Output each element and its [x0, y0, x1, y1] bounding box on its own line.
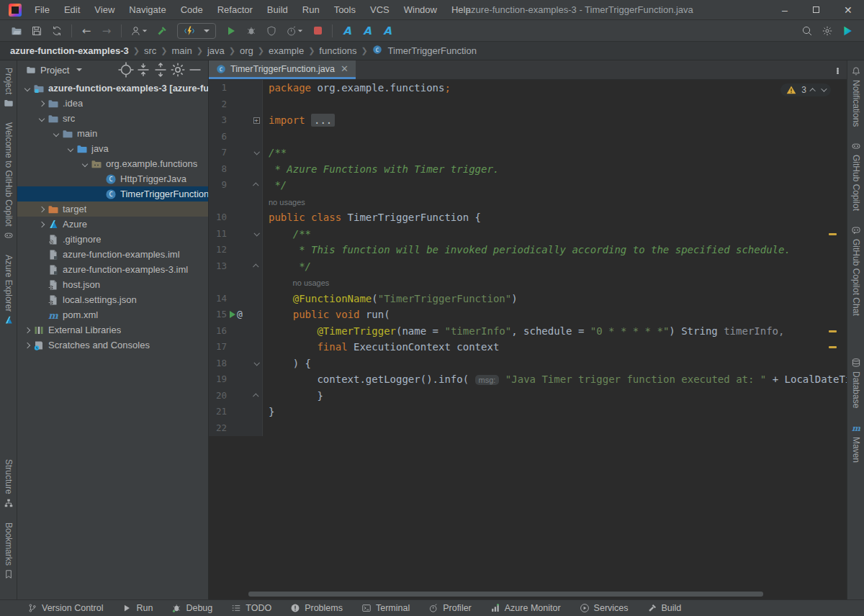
tree-item-azure-function-examples-3-iml[interactable]: azure-function-examples-3.iml: [17, 262, 208, 277]
tree-expand-icon[interactable]: [36, 113, 48, 124]
azure-deploy-button[interactable]: A: [338, 22, 356, 40]
usages-inlay-hint[interactable]: no usages: [269, 198, 305, 207]
line-number[interactable]: 2: [209, 96, 227, 113]
tool-window-button-github-copilot[interactable]: GitHub Copilot: [851, 141, 861, 211]
code-line[interactable]: 9 */: [209, 177, 847, 194]
tool-window-button-database[interactable]: Database: [851, 358, 861, 408]
menu-refactor[interactable]: Refactor: [212, 2, 258, 17]
code-line[interactable]: 3+import ...: [209, 112, 847, 129]
fold-close-icon[interactable]: [253, 393, 258, 399]
build-project-button[interactable]: [153, 22, 171, 40]
menu-vcs[interactable]: VCS: [364, 2, 395, 17]
line-number[interactable]: 8: [209, 161, 227, 178]
inspection-widget[interactable]: 3: [780, 83, 831, 96]
line-number[interactable]: 9: [209, 177, 227, 194]
tree-expand-icon[interactable]: [79, 158, 91, 170]
line-number[interactable]: 3: [209, 112, 227, 129]
usages-inlay-hint[interactable]: no usages: [269, 278, 329, 287]
line-number[interactable]: 16: [209, 323, 227, 340]
panel-settings-button[interactable]: [169, 62, 186, 78]
debug-button[interactable]: [242, 22, 261, 40]
expand-all-button[interactable]: [135, 62, 152, 78]
code-line[interactable]: 16 @TimerTrigger(name = "timerInfo", sch…: [209, 323, 847, 340]
profiler-button[interactable]: [282, 22, 307, 40]
tree-expand-icon[interactable]: [22, 83, 33, 94]
code-line[interactable]: 21}: [209, 404, 847, 420]
tool-window-button-bookmarks[interactable]: Bookmarks: [4, 522, 14, 579]
code-line[interactable]: 7/**: [209, 145, 847, 161]
statusbar-version-control[interactable]: Version Control: [27, 603, 103, 613]
tree-item-src[interactable]: src: [17, 111, 208, 126]
tree-expand-icon[interactable]: [36, 98, 48, 109]
line-number[interactable]: 10: [209, 209, 227, 226]
azure-functions-button[interactable]: A: [378, 22, 397, 40]
project-view-dropdown-icon[interactable]: [76, 68, 82, 71]
code-line[interactable]: 13 */: [209, 258, 847, 275]
code-line[interactable]: 15@ public void run(: [209, 307, 847, 323]
menu-file[interactable]: File: [29, 2, 55, 17]
tree-expand-icon[interactable]: [50, 128, 62, 140]
code-line[interactable]: 8 * Azure Functions with Timer trigger.: [209, 161, 847, 178]
line-number[interactable]: 17: [209, 339, 227, 355]
line-number[interactable]: 21: [209, 404, 227, 420]
maximize-button[interactable]: [801, 0, 832, 20]
statusbar-todo[interactable]: TODO: [231, 603, 271, 613]
tool-window-button-welcome-to-github-copilot[interactable]: Welcome to GitHub Copilot: [4, 122, 14, 240]
tree-item-httptriggerjava[interactable]: CHttpTriggerJava: [17, 171, 208, 186]
code-line[interactable]: 17 final ExecutionContext context: [209, 339, 847, 355]
line-number[interactable]: 19: [209, 371, 227, 388]
back-button[interactable]: ←: [77, 22, 96, 40]
code-line[interactable]: 6: [209, 129, 847, 145]
forward-button[interactable]: →: [97, 22, 116, 40]
menu-run[interactable]: Run: [297, 2, 325, 17]
breadcrumb-java[interactable]: java: [204, 45, 228, 57]
code-line[interactable]: 18 ) {: [209, 355, 847, 372]
warning-stripe-mark[interactable]: [829, 346, 837, 348]
menu-code[interactable]: Code: [175, 2, 209, 17]
statusbar-problems[interactable]: Problems: [290, 603, 343, 613]
tree-item-main[interactable]: main: [17, 126, 208, 141]
fold-open-icon[interactable]: [253, 360, 259, 366]
statusbar-terminal[interactable]: Terminal: [361, 603, 410, 613]
line-number[interactable]: 6: [209, 129, 227, 145]
line-number[interactable]: 12: [209, 242, 227, 258]
tree-item-timertriggerfunction[interactable]: CTimerTriggerFunction: [17, 186, 208, 201]
minimize-button[interactable]: –: [769, 0, 801, 20]
project-panel-title[interactable]: Project: [40, 65, 69, 76]
menu-window[interactable]: Window: [398, 2, 443, 17]
tree-expand-icon[interactable]: [36, 219, 48, 230]
close-button[interactable]: ✕: [832, 0, 864, 20]
fold-collapsed-icon[interactable]: +: [253, 117, 260, 124]
line-number[interactable]: 20: [209, 388, 227, 404]
tree-expand-icon[interactable]: [65, 143, 76, 155]
breadcrumb-timertriggerfunction[interactable]: TimerTriggerFunction: [385, 45, 480, 57]
statusbar-azure-monitor[interactable]: Azure Monitor: [490, 603, 561, 613]
tree-item-java[interactable]: java: [17, 141, 208, 156]
tree-expand-icon[interactable]: [22, 340, 33, 351]
code-line[interactable]: 19 context.getLogger().info( msg: "Java …: [209, 371, 847, 388]
hide-panel-button[interactable]: [186, 62, 204, 78]
breadcrumb-main[interactable]: main: [168, 45, 194, 57]
statusbar-services[interactable]: Services: [580, 603, 629, 613]
code-line[interactable]: 11 /**: [209, 226, 847, 243]
sync-button[interactable]: [48, 22, 66, 40]
tool-window-button-github-copilot-chat[interactable]: GitHub Copilot Chat: [851, 225, 861, 316]
settings-button[interactable]: [818, 22, 837, 40]
line-number[interactable]: 11: [209, 226, 227, 243]
tree-item-gitignore[interactable]: .gitignore: [17, 232, 208, 247]
menu-tools[interactable]: Tools: [328, 2, 361, 17]
tree-item-azure-function-examples-3-azure-funct[interactable]: azure-function-examples-3 [azure-funct: [17, 81, 208, 96]
line-number[interactable]: 15: [209, 307, 227, 323]
line-number[interactable]: 18: [209, 355, 227, 372]
code-line[interactable]: 14 @FunctionName("TimerTriggerFunction"): [209, 291, 847, 307]
tree-expand-icon[interactable]: [36, 204, 48, 215]
code-line[interactable]: 1package org.example.functions;: [209, 80, 847, 96]
code-editor[interactable]: 1package org.example.functions;23+import…: [209, 80, 847, 599]
line-number[interactable]: 22: [209, 420, 227, 437]
stop-button[interactable]: [308, 22, 327, 40]
line-number[interactable]: 7: [209, 145, 227, 161]
menu-view[interactable]: View: [89, 2, 120, 17]
tree-item-external-libraries[interactable]: External Libraries: [17, 322, 208, 338]
menu-build[interactable]: Build: [261, 2, 294, 17]
menu-navigate[interactable]: Navigate: [123, 2, 171, 17]
